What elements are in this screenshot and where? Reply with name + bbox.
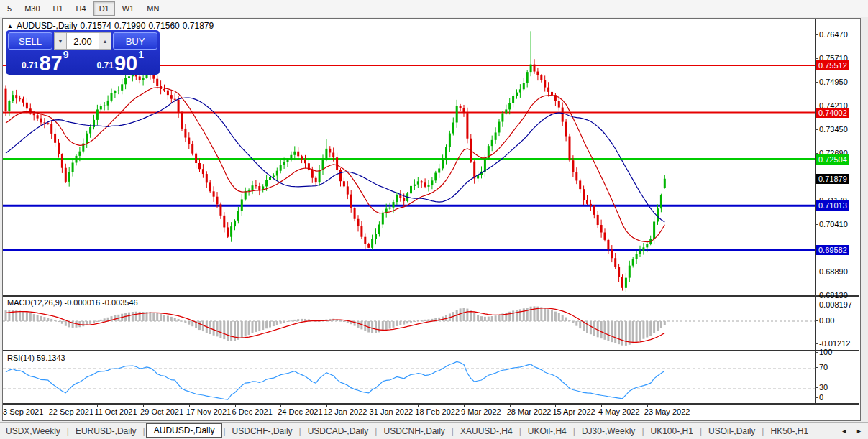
price-level-label: 0.71013 bbox=[816, 200, 849, 211]
price-axis-tick: 0.76470 bbox=[819, 30, 848, 40]
collapse-panel-icon[interactable]: ▲ bbox=[7, 23, 13, 29]
time-axis-tick bbox=[52, 404, 52, 407]
tab-separator: | bbox=[519, 426, 521, 436]
tab-separator: | bbox=[375, 426, 377, 436]
price-level-label: 0.74002 bbox=[816, 108, 849, 118]
time-axis-label: 29 Oct 2021 bbox=[140, 407, 183, 416]
chart-tab-usdx-weekly[interactable]: USDX,Weekly bbox=[0, 425, 66, 438]
macd-axis-tick: 0.008197 bbox=[819, 300, 852, 310]
pane-separator[interactable] bbox=[3, 350, 859, 351]
price-level-label: 0.69582 bbox=[816, 245, 849, 255]
time-axis-label: 9 Mar 2022 bbox=[461, 407, 501, 416]
rsi-pane[interactable] bbox=[3, 351, 815, 404]
tab-scroll-right-icon[interactable]: ► bbox=[856, 428, 862, 435]
ask-big: 90 bbox=[114, 54, 137, 73]
macd-axis-tick: 0.00 bbox=[819, 316, 834, 325]
tab-separator: | bbox=[223, 426, 225, 436]
ask-price: 0.71 90 1 bbox=[83, 50, 158, 73]
time-axis-tick bbox=[510, 404, 511, 407]
timeframe-button-h1[interactable]: H1 bbox=[47, 1, 69, 16]
time-axis-tick bbox=[97, 404, 98, 407]
time-axis-label: 15 Apr 2022 bbox=[552, 407, 595, 416]
tab-separator: | bbox=[67, 426, 69, 436]
chart-tab-hk50-h1[interactable]: HK50-,H1 bbox=[764, 425, 814, 438]
chart-tab-ukoil-h4[interactable]: UKOil-,H4 bbox=[522, 425, 572, 438]
tab-separator: | bbox=[700, 426, 702, 436]
ohlc-low: 0.71560 bbox=[148, 21, 179, 31]
rsi-axis-tick: 30 bbox=[819, 383, 828, 392]
time-axis-tick bbox=[647, 404, 648, 407]
timeframe-button-h4[interactable]: H4 bbox=[70, 1, 92, 16]
chart-tab-uk100-h1[interactable]: UK100-,H1 bbox=[645, 425, 699, 438]
volume-field[interactable]: 2.00 bbox=[67, 32, 99, 50]
time-axis-label: 24 Dec 2021 bbox=[278, 407, 322, 416]
spin-up-icon: ▲ bbox=[103, 39, 108, 44]
one-click-trading-panel: SELL ▼ 2.00 ▲ BUY 0.71 87 9 0.71 90 1 bbox=[6, 30, 160, 75]
ohlc-close: 0.71879 bbox=[183, 21, 214, 31]
time-axis-label: 22 Sep 2021 bbox=[49, 407, 93, 416]
volume-increase-button[interactable]: ▲ bbox=[99, 32, 111, 50]
chart-symbol-label: AUDUSD-,Daily bbox=[17, 21, 78, 31]
price-axis-tick: 0.70410 bbox=[819, 220, 848, 229]
price-axis-tick: 0.73450 bbox=[819, 125, 848, 134]
time-axis-tick bbox=[189, 404, 190, 407]
rsi-axis-tick: 100 bbox=[819, 348, 832, 357]
time-axis-tick bbox=[464, 404, 465, 407]
tab-separator: | bbox=[573, 426, 575, 436]
timeframe-button-w1[interactable]: W1 bbox=[117, 1, 140, 16]
chart-tab-dj30-weekly[interactable]: DJ30-,Weekly bbox=[576, 425, 641, 438]
price-axis-tick: 0.74950 bbox=[819, 78, 848, 87]
time-axis-label: 3 Sep 2021 bbox=[3, 407, 43, 416]
chart-tab-audusd-daily[interactable]: AUDUSD-,Daily bbox=[146, 423, 223, 438]
chart-tab-bar: USDX,Weekly|EURUSD-,Daily|AUDUSD-,Daily|… bbox=[0, 422, 868, 439]
chart-tab-xauusd-h4[interactable]: XAUUSD-,H4 bbox=[454, 425, 518, 438]
bid-price: 0.71 87 9 bbox=[8, 50, 83, 73]
time-axis-tick bbox=[373, 404, 373, 407]
chart-title: ▲AUDUSD-,Daily0.715740.719900.715600.718… bbox=[7, 21, 216, 31]
time-axis-label: 17 Nov 2021 bbox=[186, 407, 231, 416]
timeframe-button-d1[interactable]: D1 bbox=[93, 1, 115, 16]
timeframe-button-mn[interactable]: MN bbox=[141, 1, 165, 16]
buy-button[interactable]: BUY bbox=[113, 32, 157, 50]
chart-tab-usdcad-daily[interactable]: USDCAD-,Daily bbox=[302, 425, 375, 438]
bid-small: 0.71 bbox=[22, 60, 38, 70]
pane-separator[interactable] bbox=[3, 295, 859, 297]
time-axis-label: 23 May 2022 bbox=[644, 407, 690, 416]
time-axis-tick bbox=[418, 404, 419, 407]
time-axis-label: 11 Oct 2021 bbox=[94, 407, 137, 416]
time-axis-tick bbox=[280, 404, 281, 407]
rsi-indicator-label: RSI(14) 59.1343 bbox=[7, 353, 65, 362]
volume-stepper: ▼ 2.00 ▲ bbox=[54, 32, 111, 50]
ask-small: 0.71 bbox=[97, 60, 114, 70]
bid-big: 87 bbox=[39, 54, 62, 73]
price-axis-line bbox=[815, 19, 816, 404]
bid-sup: 9 bbox=[63, 49, 69, 60]
timeframe-toolbar: 5M30H1H4D1W1MN bbox=[0, 0, 868, 17]
ohlc-open: 0.71574 bbox=[81, 21, 111, 31]
time-axis-tick bbox=[143, 404, 144, 407]
tab-separator: | bbox=[641, 426, 644, 436]
timeframe-button-5[interactable]: 5 bbox=[1, 1, 17, 16]
time-axis-tick bbox=[6, 404, 6, 407]
price-level-label: 0.75512 bbox=[816, 60, 849, 70]
time-axis-label: 4 May 2022 bbox=[598, 407, 639, 416]
sell-button[interactable]: SELL bbox=[8, 32, 52, 50]
pane-separator bbox=[3, 403, 859, 405]
tab-separator: | bbox=[299, 426, 301, 436]
ask-sup: 1 bbox=[138, 49, 144, 60]
chart-tab-usoil-daily[interactable]: USOil-,Daily bbox=[703, 425, 761, 438]
price-axis-tick: 0.68130 bbox=[819, 291, 848, 300]
time-axis-label: 18 Feb 2022 bbox=[415, 407, 460, 416]
timeframe-button-m30[interactable]: M30 bbox=[19, 1, 45, 16]
volume-decrease-button[interactable]: ▼ bbox=[54, 32, 67, 50]
time-axis-tick bbox=[555, 404, 556, 407]
tab-separator: | bbox=[143, 426, 145, 436]
time-axis-label: 31 Jan 2022 bbox=[370, 407, 414, 416]
tab-separator: | bbox=[452, 426, 454, 436]
chart-tab-usdcnh-daily[interactable]: USDCNH-,Daily bbox=[378, 425, 450, 438]
tab-scroll-left-icon[interactable]: ◄ bbox=[841, 428, 847, 435]
chart-tab-eurusd-daily[interactable]: EURUSD-,Daily bbox=[70, 425, 142, 438]
rsi-axis-tick: 0 bbox=[819, 393, 823, 402]
chart-tab-usdchf-daily[interactable]: USDCHF-,Daily bbox=[227, 425, 298, 438]
time-axis-tick bbox=[235, 404, 236, 407]
